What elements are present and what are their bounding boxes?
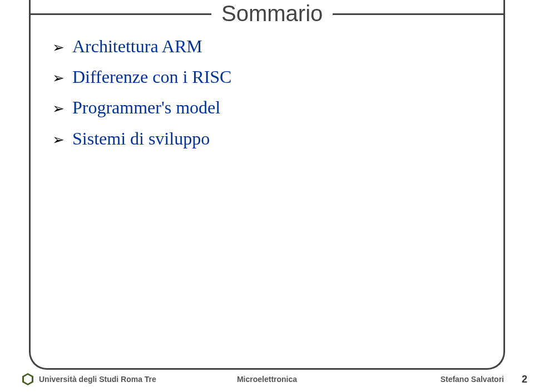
list-item: ➢ Differenze con i RISC [52,65,486,89]
bullet-text: Programmer's model [72,96,220,120]
arrow-icon: ➢ [52,68,65,88]
university-logo-icon [22,373,33,385]
footer-page-number: 2 [522,374,527,385]
title-header: Sommario [0,0,534,27]
bullet-text: Differenze con i RISC [72,65,231,89]
page-title: Sommario [211,1,333,26]
footer: Università degli Studi Roma Tre Microele… [0,372,534,386]
arrow-icon: ➢ [52,38,65,57]
footer-author: Stefano Salvatori [441,375,504,384]
list-item: ➢ Sistemi di sviluppo [52,127,486,151]
list-item: ➢ Programmer's model [52,96,486,120]
list-item: ➢ Architettura ARM [52,34,486,58]
footer-course: Microelettronica [237,375,297,384]
bullet-text: Sistemi di sviluppo [72,127,210,151]
arrow-icon: ➢ [52,130,65,150]
bullet-text: Architettura ARM [72,34,202,58]
bullet-list: ➢ Architettura ARM ➢ Differenze con i RI… [52,34,486,157]
arrow-icon: ➢ [52,99,65,118]
slide: Sommario ➢ Architettura ARM ➢ Differenze… [0,0,534,392]
footer-university: Università degli Studi Roma Tre [39,375,156,384]
